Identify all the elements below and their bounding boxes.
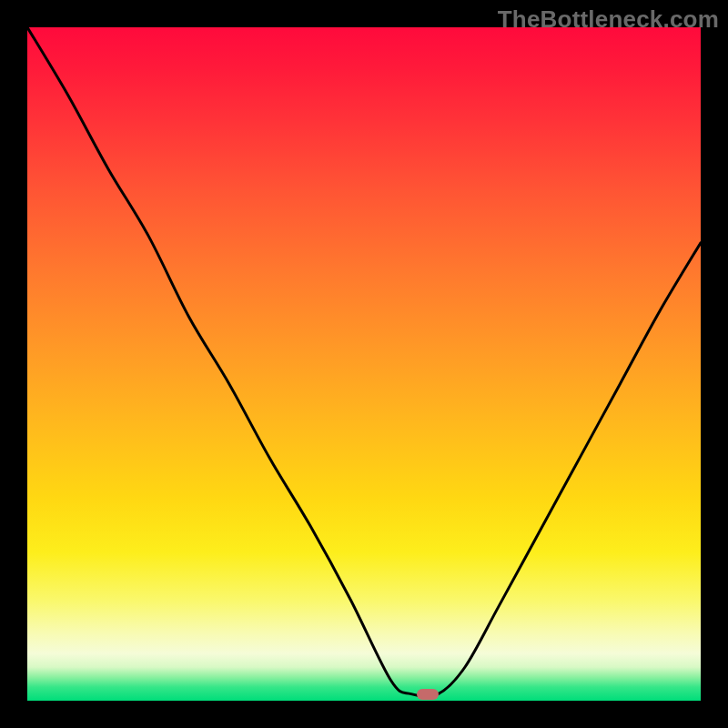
plot-area	[27, 27, 701, 701]
bottleneck-curve	[27, 27, 701, 701]
watermark-text: TheBottleneck.com	[498, 5, 719, 34]
chart-frame: TheBottleneck.com	[0, 0, 728, 728]
optimum-marker	[417, 689, 439, 700]
